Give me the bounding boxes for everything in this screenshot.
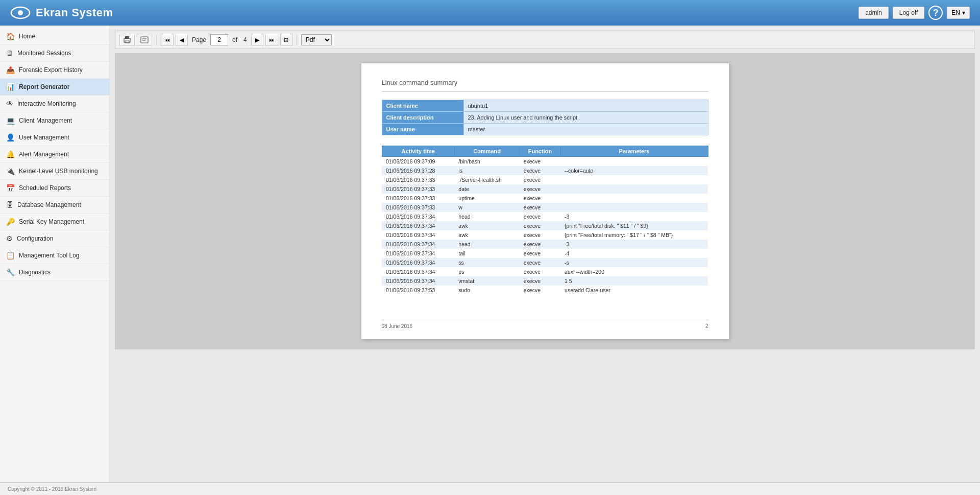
sidebar-item-label-client-management: Client Management (19, 117, 72, 124)
next-page-button[interactable]: ▶ (251, 34, 263, 46)
cell-parameters (560, 194, 708, 203)
info-row-client-desc: Client description 23. Adding Linux user… (382, 112, 708, 124)
page-total: 4 (241, 36, 249, 43)
cell-time: 01/06/2016 09:37:34 (382, 258, 454, 267)
sidebar-item-label-serial-key: Serial Key Management (19, 218, 84, 225)
cell-command: ss (454, 258, 519, 267)
logout-button[interactable]: Log off (893, 7, 924, 19)
cell-time: 01/06/2016 09:37:33 (382, 175, 454, 184)
table-col-header: Activity time (382, 146, 454, 157)
cell-command: /bin/bash (454, 157, 519, 167)
table-row: 01/06/2016 09:37:34psexecveauxf --width=… (382, 267, 708, 276)
cell-function: execve (520, 267, 560, 276)
cell-time: 01/06/2016 09:37:33 (382, 203, 454, 212)
report-footer-date: 08 June 2016 (382, 323, 413, 329)
table-col-header: Command (454, 146, 519, 157)
sidebar-item-label-user-management: User Management (19, 134, 69, 141)
report-title: Linux command summary (382, 79, 708, 92)
app-title: Ekran System (36, 6, 113, 19)
last-page-button[interactable]: ⏭ (265, 34, 278, 46)
sidebar-item-database-management[interactable]: 🗄Database Management (0, 197, 109, 214)
cell-parameters: -s (560, 258, 708, 267)
data-table: Activity timeCommandFunctionParameters 0… (382, 146, 708, 295)
page-label: Page (190, 36, 208, 43)
report-toolbar: ⏮ ◀ Page 2 of 4 ▶ ⏭ ⊞ Pdf Excel Word (115, 31, 975, 49)
header-right: admin Log off ? EN ▾ (859, 6, 970, 20)
sidebar-item-user-management[interactable]: 👤User Management (0, 129, 109, 146)
table-row: 01/06/2016 09:37:33dateexecve (382, 184, 708, 194)
cell-time: 01/06/2016 09:37:28 (382, 166, 454, 175)
sidebar-item-serial-key[interactable]: 🔑Serial Key Management (0, 214, 109, 230)
cell-function: execve (520, 249, 560, 258)
cell-parameters: {print "Free/total disk: " $11 " / " $9} (560, 221, 708, 230)
cell-parameters: useradd Clare-user (560, 286, 708, 295)
cell-function: execve (520, 175, 560, 184)
copyright: Copyright © 2011 - 2016 Ekran System (8, 486, 96, 492)
cell-command: ./Server-Health.sh (454, 175, 519, 184)
cell-time: 01/06/2016 09:37:33 (382, 184, 454, 194)
client-icon: 💻 (6, 116, 15, 125)
alert-icon: 🔔 (6, 150, 15, 158)
page-input[interactable]: 2 (210, 34, 228, 45)
log-icon: 📋 (6, 251, 15, 260)
table-row: 01/06/2016 09:37:33wexecve (382, 203, 708, 212)
report-footer-page: 2 (705, 323, 708, 329)
language-button[interactable]: EN ▾ (947, 7, 970, 19)
info-row-client-name: Client name ubuntu1 (382, 100, 708, 112)
format-select[interactable]: Pdf Excel Word (301, 34, 332, 45)
admin-button[interactable]: admin (859, 7, 889, 19)
table-row: 01/06/2016 09:37:28lsexecve--color=auto (382, 166, 708, 175)
user-name-value: master (463, 124, 708, 135)
first-page-button[interactable]: ⏮ (161, 34, 174, 46)
sidebar-item-diagnostics[interactable]: 🔧Diagnostics (0, 264, 109, 281)
client-desc-label: Client description (382, 112, 463, 124)
prev-page-button[interactable]: ◀ (176, 34, 188, 46)
sidebar-item-label-interactive-monitoring: Interactive Monitoring (17, 100, 76, 107)
help-button[interactable]: ? (928, 6, 943, 20)
sidebar-item-home[interactable]: 🏠Home (0, 28, 109, 45)
sidebar-item-label-alert-management: Alert Management (19, 151, 69, 158)
sidebar-item-label-home: Home (19, 33, 35, 40)
sidebar-item-forensic-export[interactable]: 📤Forensic Export History (0, 62, 109, 79)
report-footer: 08 June 2016 2 (382, 320, 708, 329)
print-button[interactable] (119, 34, 135, 46)
sidebar-item-report-generator[interactable]: 📊Report Generator (0, 79, 109, 96)
sidebar-item-management-tool-log[interactable]: 📋Management Tool Log (0, 247, 109, 264)
table-row: 01/06/2016 09:37:33./Server-Health.shexe… (382, 175, 708, 184)
sidebar-item-monitored-sessions[interactable]: 🖥Monitored Sessions (0, 45, 109, 62)
cell-command: awk (454, 221, 519, 230)
sidebar-item-client-management[interactable]: 💻Client Management (0, 112, 109, 129)
cell-time: 01/06/2016 09:37:34 (382, 267, 454, 276)
cell-time: 01/06/2016 09:37:34 (382, 249, 454, 258)
sidebar-item-label-database-management: Database Management (17, 201, 81, 208)
cell-parameters: -3 (560, 212, 708, 221)
sidebar-item-scheduled-reports[interactable]: 📅Scheduled Reports (0, 180, 109, 197)
ekran-logo (10, 5, 31, 20)
table-row: 01/06/2016 09:37:34ssexecve-s (382, 258, 708, 267)
table-row: 01/06/2016 09:37:34awkexecve{print "Free… (382, 230, 708, 240)
sidebar-item-alert-management[interactable]: 🔔Alert Management (0, 146, 109, 163)
sidebar-item-interactive-monitoring[interactable]: 👁Interactive Monitoring (0, 96, 109, 112)
table-row: 01/06/2016 09:37:34tailexecve-4 (382, 249, 708, 258)
sidebar-item-kernel-usb[interactable]: 🔌Kernel-Level USB monitoring (0, 163, 109, 180)
toggle-view-button[interactable]: ⊞ (280, 34, 292, 46)
cell-parameters (560, 203, 708, 212)
report-icon: 📊 (6, 83, 15, 91)
table-row: 01/06/2016 09:37:33uptimeexecve (382, 194, 708, 203)
cell-parameters (560, 184, 708, 194)
export-button[interactable] (137, 34, 152, 46)
cell-time: 01/06/2016 09:37:34 (382, 276, 454, 286)
cell-parameters: 1 5 (560, 276, 708, 286)
cell-function: execve (520, 194, 560, 203)
table-col-header: Function (520, 146, 560, 157)
info-table: Client name ubuntu1 Client description 2… (382, 100, 708, 135)
sidebar-item-configuration[interactable]: ⚙Configuration (0, 230, 109, 247)
export-icon: 📤 (6, 66, 15, 74)
cell-command: vmstat (454, 276, 519, 286)
sidebar: 🏠Home🖥Monitored Sessions📤Forensic Export… (0, 26, 110, 482)
report-container: Linux command summary Client name ubuntu… (115, 53, 975, 349)
sidebar-item-label-configuration: Configuration (17, 235, 53, 242)
page-of-label: of (230, 36, 239, 43)
cell-parameters (560, 175, 708, 184)
main-content: ⏮ ◀ Page 2 of 4 ▶ ⏭ ⊞ Pdf Excel Word Lin… (110, 26, 980, 482)
